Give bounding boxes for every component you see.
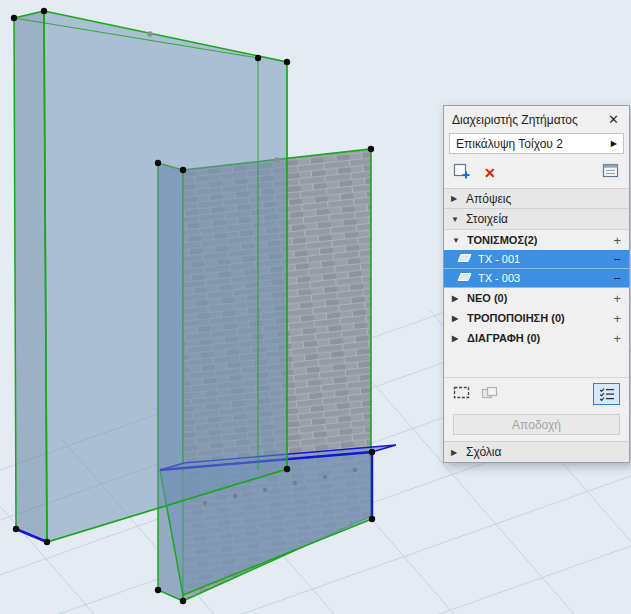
group-highlight[interactable]: ▼ ΤΟΝΙΣΜΟΣ(2) +	[444, 230, 629, 250]
panel-title: Διαχειριστής Ζητήματος	[452, 113, 578, 127]
group-highlight-label: ΤΟΝΙΣΜΟΣ(2)	[467, 234, 537, 246]
issue-selector[interactable]: Επικάλυψη Τοίχου 2 ▶	[449, 133, 624, 154]
section-comments-label: Σχόλια	[466, 445, 501, 459]
wall-large[interactable]	[14, 11, 287, 542]
chevron-right-icon: ▶	[452, 314, 461, 323]
section-comments[interactable]: ▶ Σχόλια	[444, 441, 629, 462]
bottom-toolbar	[444, 377, 629, 410]
element-list-toggle[interactable]	[593, 383, 620, 405]
group-new-label: ΝΕΟ (0)	[467, 292, 507, 304]
remove-element-icon[interactable]: −	[613, 271, 621, 286]
chevron-down-icon: ▼	[452, 236, 461, 245]
issue-manager-panel: Διαχειριστής Ζητήματος ✕ Επικάλυψη Τοίχο…	[443, 105, 630, 463]
accept-button[interactable]: Αποδοχή	[453, 414, 620, 435]
wall-large-side-face[interactable]	[14, 11, 47, 542]
section-elements-label: Στοιχεία	[466, 212, 508, 226]
element-row-tx003[interactable]: TX - 003 −	[444, 269, 629, 288]
group-new[interactable]: ▶ ΝΕΟ (0) +	[444, 288, 629, 308]
chevron-right-icon: ▶	[452, 294, 461, 303]
selector-arrow-icon: ▶	[611, 139, 617, 148]
issue-settings-icon[interactable]	[602, 162, 620, 183]
chevron-down-icon: ▼	[451, 215, 460, 224]
delete-issue-icon[interactable]: ✕	[484, 166, 496, 180]
panel-titlebar: Διαχειριστής Ζητήματος ✕	[444, 106, 629, 131]
wall-element-icon	[457, 272, 472, 284]
wall-large-front-face[interactable]	[44, 11, 287, 542]
group-delete[interactable]: ▶ ΔΙΑΓΡΑΦΗ (0) +	[444, 328, 629, 348]
new-issue-icon[interactable]	[453, 162, 471, 183]
wall-element-icon	[457, 253, 472, 265]
section-views-label: Απόψεις	[466, 192, 511, 206]
checklist-icon	[599, 387, 615, 401]
remove-element-icon[interactable]: −	[613, 252, 621, 267]
group-modify-label: ΤΡΟΠΟΠΟΙΗΣΗ (0)	[467, 312, 565, 324]
add-element-icon[interactable]: +	[613, 233, 621, 248]
section-elements[interactable]: ▼ Στοιχεία	[444, 209, 629, 230]
element-label: TX - 003	[478, 272, 520, 284]
chevron-right-icon: ▶	[452, 334, 461, 343]
issue-toolbar: ✕	[444, 158, 629, 188]
group-modify[interactable]: ▶ ΤΡΟΠΟΠΟΙΗΣΗ (0) +	[444, 308, 629, 328]
group-delete-label: ΔΙΑΓΡΑΦΗ (0)	[467, 332, 540, 344]
close-icon[interactable]: ✕	[606, 112, 621, 127]
section-views[interactable]: ▶ Απόψεις	[444, 188, 629, 209]
add-element-icon[interactable]: +	[613, 311, 621, 326]
add-element-icon[interactable]: +	[613, 331, 621, 346]
issue-selector-value: Επικάλυψη Τοίχου 2	[456, 137, 563, 151]
chevron-right-icon: ▶	[451, 448, 460, 457]
marquee-icon[interactable]	[453, 386, 471, 403]
copy-elements-icon[interactable]	[481, 386, 499, 403]
add-element-icon[interactable]: +	[613, 291, 621, 306]
chevron-right-icon: ▶	[451, 194, 460, 203]
element-row-tx001[interactable]: TX - 001 −	[444, 250, 629, 269]
element-label: TX - 001	[478, 253, 520, 265]
